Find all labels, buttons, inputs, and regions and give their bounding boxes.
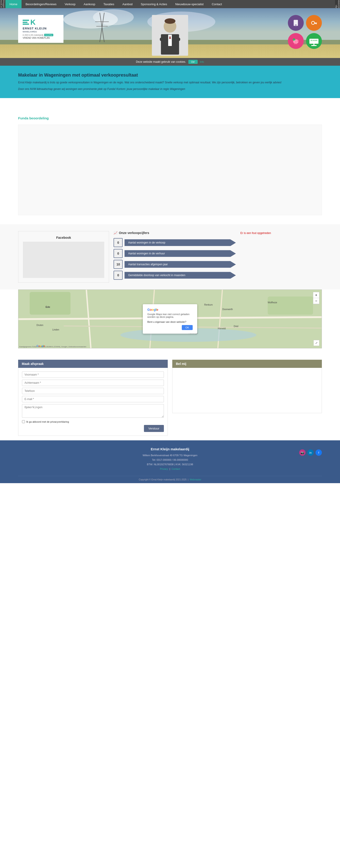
footer-phone: Tel: 0317-000000 / 06-00000000 [119,458,221,462]
map-zoom-controls: + − [313,292,319,304]
map-zoom-out-button[interactable]: − [313,298,319,304]
nav-nieuwbouw[interactable]: Nieuwbouw-specialist [171,0,208,8]
svg-rect-40 [311,45,317,46]
stat-row-0: 0 Aantal woningen in de verkoop [114,238,236,247]
funda-section: Funda beoordeling [18,116,322,215]
map-container: Ede Wolfheze Doorwerth Renkum Wageningen… [18,289,322,348]
stat-row-3: 0 Gemiddelde doorloop van verkocht in ma… [114,271,236,280]
facebook-title: Facebook [23,236,104,240]
footer-bottom: Copyright © Ernst Kleijn makelaardij 202… [18,476,322,481]
logo-company-sub: MAKELAARDIJ [23,31,37,33]
cookie-ok-button[interactable]: Ok! [188,60,198,64]
nav-items: Home Beoordelingen/Reviews Verkoop Aanko… [5,0,226,8]
svg-text:Druten: Druten [36,324,43,327]
nav-contact[interactable]: Contact [208,0,226,8]
hero-icon-key [306,15,322,31]
form-field-achternaam [22,380,164,386]
homeplan-badge: HomePlan [44,34,54,36]
hero-section: K ERNST KLEIJN MAKELAARDIJ in 2024 is EK… [0,8,340,58]
map-google-brand: Google [36,344,45,347]
svg-text:Wolfheze: Wolfheze [268,301,277,304]
funda-title: Funda beoordeling [18,116,322,120]
nav-sponsoring[interactable]: Sponsoring & Acties [137,0,171,8]
verkoopcijfers-title: 📈 Onze verkoopcijfers [114,231,236,235]
nav-home[interactable]: Home [5,0,22,8]
main-content: Funda beoordeling [0,98,340,224]
logo-company-name: ERNST KLEIJN [23,27,47,30]
svg-text:Ede: Ede [46,306,50,308]
hero-icons-grid: 1 TE KOOP [288,15,322,49]
logo-e-icon [23,20,29,25]
hero-icon-piggy: 1 [288,33,304,49]
instagram-icon[interactable]: 📷 [299,450,306,456]
email-input[interactable] [22,396,164,402]
map-section: Ede Wolfheze Doorwerth Renkum Wageningen… [0,289,340,355]
stat-num-2: 10 [114,260,123,269]
footer-contact-link[interactable]: Contact [172,467,180,470]
logo-ek-mark: K [23,19,36,26]
achternaam-input[interactable] [22,380,164,386]
agent-photo [152,15,188,56]
submit-button[interactable]: Verstuur [144,425,164,432]
form-field-telefoon [22,388,164,394]
svg-rect-48 [268,297,313,315]
svg-point-3 [93,9,134,25]
info-content: Ernst Kleijn makelaardij is trots op goe… [18,81,322,91]
footer-address: Willem Berkhovenstraat 49 6709 TG Wageni… [119,453,221,458]
stat-row-1: 0 Aantal woningen in de verhuur [114,249,236,258]
logo-homeplan: in 2024 is EK-makelaardij HomePlan [23,34,53,36]
nav-aanbod[interactable]: Aanbod [118,0,137,8]
contact-right-body [172,368,322,413]
side-label-favorites[interactable]: Mijn favorieten [335,0,340,8]
info-body2: Door ons NVM lidmaatschap geven wij woni… [18,87,322,91]
footer: Ernst Kleijn makelaardij Willem Berkhove… [0,440,340,483]
telefoon-input[interactable] [22,388,164,394]
nav-verkoop[interactable]: Verkoop [60,0,80,8]
privacy-checkbox-row: Ik ga akkoord met de privacyverklaring [22,420,164,423]
logo-year-text: in 2024 is EK-makelaardij [23,34,43,36]
facebook-box: Facebook [18,231,109,283]
facebook-icon[interactable]: f [315,450,322,456]
hero-icon-phone [288,15,304,31]
map-dialog-text: Google Maps kan niet correct geladen wor… [147,313,193,318]
map-dialog-ok-button[interactable]: OK [182,325,193,330]
contact-right-header: Bel mij [172,360,322,368]
cookie-info-link[interactable]: Info [200,60,204,63]
opmerkingen-textarea[interactable] [22,404,164,418]
contact-section: Maak afspraak Ik ga akkoord met de priva… [0,355,340,440]
stat-label-3: Gemiddelde doorloop van verkocht in maan… [124,272,236,279]
voornaam-input[interactable] [22,371,164,378]
privacy-checkbox[interactable] [22,420,25,423]
side-label-login[interactable]: Inloggen move.nl [0,0,5,8]
map-fullscreen-button[interactable]: ⤢ [313,340,319,346]
svg-text:TE KOOP: TE KOOP [310,40,317,41]
stat-num-0: 0 [114,238,123,247]
nav-aankoop[interactable]: Aankoop [80,0,99,8]
footer-company-name: Ernst Kleijn makelaardij [119,447,221,451]
svg-rect-17 [173,38,180,41]
svg-rect-32 [295,43,296,44]
svg-rect-31 [294,43,295,44]
footer-social-icons: 📷 in f [299,450,322,456]
funda-widget-placeholder [18,125,322,215]
footer-btw: BTW: NL001927676838 | KVK: 56321198 [119,462,221,467]
navigation: Inloggen move.nl Home Beoordelingen/Revi… [0,0,340,8]
stat-label-1: Aantal woningen in de verhuur [124,250,236,257]
facebook-feed [23,242,104,278]
nav-reviews[interactable]: Beoordelingen/Reviews [22,0,61,8]
svg-text:Doorwerth: Doorwerth [222,308,233,311]
nav-taxaties[interactable]: Taxaties [99,0,118,8]
webmaster-link[interactable]: Webmaster [190,478,201,481]
logo-e-bar-3 [23,24,29,25]
footer-privacy-link[interactable]: Privacy [160,467,168,470]
info-body1: Ernst Kleijn makelaardij is trots op goe… [18,81,322,85]
map-credit: Kaartgegevens ©2025 GeoBasis-DE/BKG (©20… [19,346,86,348]
error-text: Er is een fout opgetreden [240,231,271,235]
footer-links: Privacy | Contact [119,467,221,471]
linkedin-icon[interactable]: in [307,450,314,456]
svg-rect-33 [296,43,297,44]
svg-rect-23 [316,23,317,24]
map-google-dialog: Google Google Maps kan niet correct gela… [143,304,197,334]
footer-social-area: 📷 in f [221,447,322,456]
map-zoom-in-button[interactable]: + [313,292,319,298]
